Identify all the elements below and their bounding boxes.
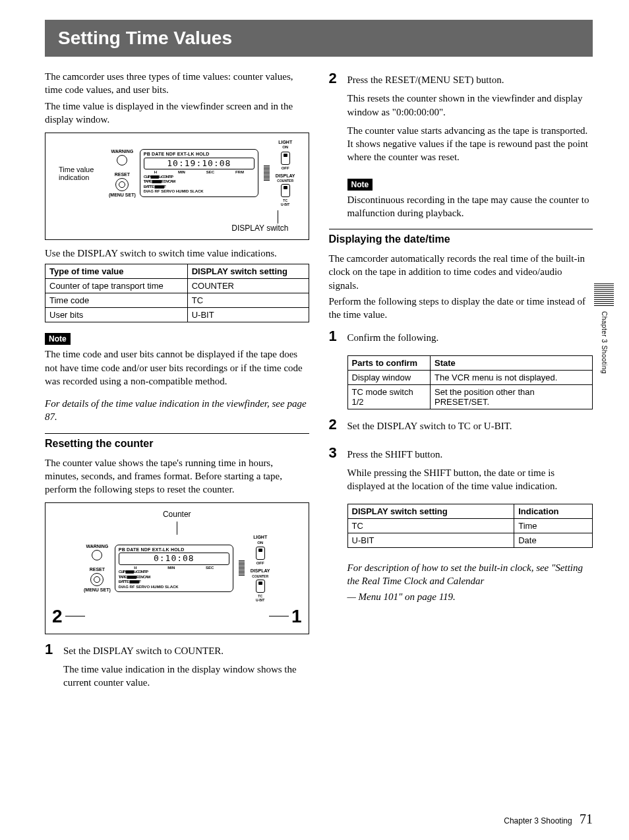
table-row: Time code TC bbox=[45, 293, 309, 308]
off-label: OFF bbox=[282, 166, 289, 170]
light-label: LIGHT bbox=[251, 535, 270, 540]
table-row: User bits U-BIT bbox=[45, 308, 309, 322]
lcd-unit-h: H bbox=[154, 170, 157, 175]
step-number: 2 bbox=[329, 416, 341, 433]
fig2-callout-2: 2 bbox=[52, 606, 63, 627]
footer-chapter: Chapter 3 Shooting bbox=[504, 816, 572, 825]
table-parts-confirm: Parts to confirm State Display window Th… bbox=[347, 355, 593, 409]
lcd-row-tape: TAPE ▮▮▮▮▮▮▮ E DVCAM bbox=[144, 179, 255, 185]
note-badge: Note bbox=[347, 179, 373, 191]
lcd-row-tape: TAPE ▮▮▮▮▮▮▮ E DVCAM bbox=[119, 575, 229, 580]
counter-opt: COUNTER bbox=[277, 179, 293, 183]
note2-text: Discontinuous recording in the tape may … bbox=[347, 193, 593, 220]
figure-counter-panel: Counter WARNING RESET (MENU SET) PB DATE… bbox=[45, 502, 309, 634]
menuset-label: (MENU SET) bbox=[84, 587, 111, 592]
reset-button-icon bbox=[115, 178, 129, 191]
t1-r3c2: U-BIT bbox=[187, 308, 309, 322]
lcd-digits: 10:19:10:08 bbox=[144, 158, 255, 169]
left-column: The camcorder uses three types of time v… bbox=[45, 70, 309, 694]
ref2a: For description of how to set the built-… bbox=[347, 561, 593, 588]
step-r2-b: This resets the counter shown in the vie… bbox=[347, 92, 593, 119]
fig1-switch-label: DISPLAY switch bbox=[52, 224, 289, 233]
step-date-1: 1 Confirm the following. bbox=[329, 328, 593, 349]
reset-intro: The counter value shows the tape's runni… bbox=[45, 456, 309, 496]
ref1-text: For details of the time value indication… bbox=[45, 397, 309, 424]
step-d3-b: While pressing the SHIFT button, the dat… bbox=[347, 466, 593, 493]
warning-lamp-icon bbox=[117, 155, 127, 165]
note-badge: Note bbox=[45, 333, 71, 345]
step-number: 2 bbox=[329, 70, 341, 87]
step-date-3: 3 Press the SHIFT button. While pressing… bbox=[329, 444, 593, 498]
footer: Chapter 3 Shooting 71 bbox=[504, 812, 593, 827]
warning-label: WARNING bbox=[84, 544, 111, 549]
panel-right: LIGHT ON OFF DISPLAY COUNTER TCU-BIT bbox=[251, 535, 270, 601]
lcd-top-row: PB DATE NDF EXT-LK HOLD bbox=[119, 547, 185, 553]
right-column: 2 Press the RESET/(MENU SET) button. Thi… bbox=[329, 70, 593, 694]
step-d3-a: Press the SHIFT button. bbox=[347, 448, 593, 461]
t1-r1c2: COUNTER bbox=[187, 279, 309, 293]
lcd-row-batt: BATT E ▮▮▮▮▮▮▮ F bbox=[144, 185, 255, 190]
ubit-opt: U-BIT bbox=[281, 202, 289, 206]
table-row: Counter of tape transport time COUNTER bbox=[45, 279, 309, 293]
section-resetting-counter: Resetting the counter bbox=[45, 438, 309, 450]
lcd-row-clip: CLIP ▮▮▮▮▮▮ Li CONT IP bbox=[119, 570, 229, 575]
ubit-opt: U-BIT bbox=[256, 598, 264, 602]
panel-left: WARNING RESET (MENU SET) bbox=[84, 544, 111, 592]
audio-meter-icon bbox=[237, 560, 247, 576]
lcd-top-row: PB DATE NDF EXT-LK HOLD bbox=[144, 152, 210, 157]
table-row: TC mode switch 1/2 Set the position othe… bbox=[347, 384, 593, 409]
t2-r1c2: The VCR menu is not displayed. bbox=[431, 370, 593, 384]
intro-p1: The camcorder uses three types of time v… bbox=[45, 70, 309, 97]
on-label: ON bbox=[282, 145, 288, 149]
ref2b: — Menu 101" on page 119. bbox=[347, 590, 593, 603]
lcd-row-batt: BATT E ▮▮▮▮▮▮▮ F bbox=[119, 580, 229, 585]
section-displaying-date: Displaying the date/time bbox=[329, 233, 593, 245]
lcd-unit-h: H bbox=[134, 566, 136, 570]
lcd-row-diag: DIAG RF SERVO HUMID SLACK bbox=[144, 189, 255, 195]
t2-r2c1: TC mode switch 1/2 bbox=[347, 384, 431, 409]
table-row: Display window The VCR menu is not displ… bbox=[347, 370, 593, 384]
side-tab: Chapter 3 Shooting bbox=[591, 284, 617, 374]
step-number: 1 bbox=[45, 641, 57, 658]
lcd-unit-s: SEC bbox=[206, 566, 214, 570]
reset-label: RESET bbox=[84, 567, 111, 572]
warning-lamp-icon bbox=[92, 550, 102, 560]
t2-r1c1: Display window bbox=[347, 370, 431, 384]
t2-r2c2: Set the position other than PRESET/SET. bbox=[431, 384, 593, 409]
panel-left: WARNING RESET (MENU SET) bbox=[109, 149, 136, 197]
fig2-counter-label: Counter bbox=[52, 510, 302, 519]
side-tab-text: Chapter 3 Shooting bbox=[601, 311, 608, 374]
t2-h1: Parts to confirm bbox=[347, 355, 431, 370]
t1-r2c1: Time code bbox=[45, 293, 188, 308]
off-label: OFF bbox=[256, 561, 264, 565]
t3-r2c1: U-BIT bbox=[347, 533, 514, 547]
lcd-display: PB DATE NDF EXT-LK HOLD 10:19:10:08 H MI… bbox=[140, 149, 258, 197]
table-row: TC Time bbox=[347, 518, 593, 533]
table-indication: DISPLAY switch setting Indication TC Tim… bbox=[347, 504, 593, 548]
lcd-unit-f: FRM bbox=[235, 170, 244, 175]
pointer-line bbox=[278, 210, 278, 224]
fig2-callout-1: 1 bbox=[291, 606, 302, 627]
step-date-2: 2 Set the DISPLAY switch to TC or U-BIT. bbox=[329, 416, 593, 438]
step-d2-a: Set the DISPLAY switch to TC or U-BIT. bbox=[347, 419, 593, 433]
step-reset-2: 2 Press the RESET/(MENU SET) button. Thi… bbox=[329, 70, 593, 169]
warning-label: WARNING bbox=[109, 149, 136, 154]
t3-r1c2: Time bbox=[514, 518, 593, 533]
display-switch-icon bbox=[281, 184, 290, 197]
light-label: LIGHT bbox=[276, 140, 295, 145]
figure-display-panel: Time value indication WARNING RESET (MEN… bbox=[45, 133, 309, 240]
t3-h2: Indication bbox=[514, 504, 593, 518]
t1-r1c1: Counter of tape transport time bbox=[45, 279, 188, 293]
on-label: ON bbox=[257, 541, 263, 545]
t1-h1: Type of time value bbox=[45, 264, 188, 279]
lcd-row-clip: CLIP ▮▮▮▮▮▮ Li CONT IP bbox=[144, 175, 255, 180]
title-bar: Setting Time Values bbox=[45, 20, 593, 57]
display-label: DISPLAY bbox=[276, 173, 295, 179]
pointer-line bbox=[177, 522, 177, 535]
t1-r3c1: User bits bbox=[45, 308, 188, 322]
t3-r2c2: Date bbox=[514, 533, 593, 547]
page-title: Setting Time Values bbox=[58, 28, 580, 49]
use-display-text: Use the DISPLAY switch to switch time va… bbox=[45, 247, 309, 260]
reset-button-icon bbox=[90, 573, 104, 586]
lcd-row-diag: DIAG RF SERVO HUMID SLACK bbox=[119, 585, 229, 590]
